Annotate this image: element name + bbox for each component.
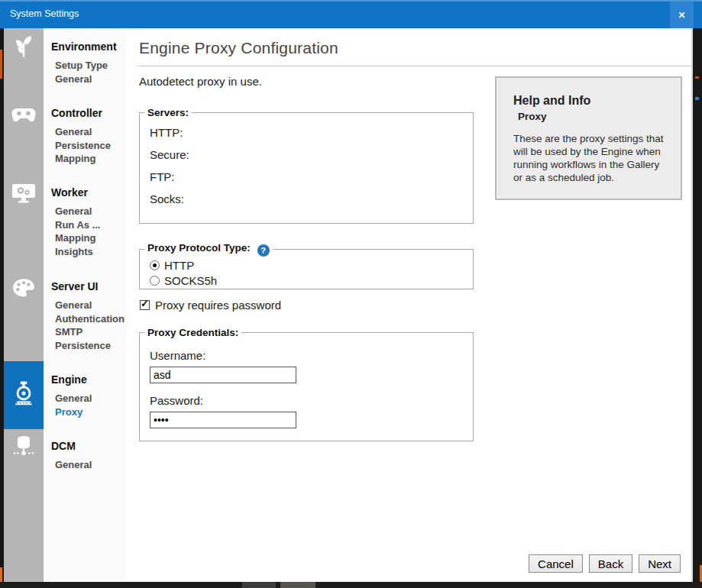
nav-header-environment: Environment: [51, 40, 125, 53]
system-settings-dialog: Environment Setup Type General Controlle…: [4, 28, 693, 582]
nav-header-dcm: DCM: [51, 440, 125, 452]
taskbar-segment: [242, 582, 276, 588]
nav-header-controller: Controller: [51, 107, 125, 119]
titlebar: System Settings ✕: [0, 0, 702, 28]
nav-item-engine-general[interactable]: General: [55, 392, 125, 405]
help-panel-subtitle: Proxy: [518, 111, 671, 122]
close-button[interactable]: ✕: [670, 2, 694, 28]
nav-item-worker-general[interactable]: General: [55, 205, 125, 218]
server-row-ftp: FTP:: [140, 166, 473, 188]
radio-socks5h-label: SOCKS5h: [164, 274, 217, 287]
help-and-info-panel: Help and Info Proxy These are the proxy …: [495, 76, 682, 200]
nav-item-environment-general[interactable]: General: [55, 73, 125, 86]
background-orange-sliver: [0, 50, 2, 79]
nav-item-serverui-persistence[interactable]: Persistence: [55, 339, 125, 353]
cancel-button[interactable]: Cancel: [529, 554, 583, 573]
background-app-right-edge: [693, 28, 702, 588]
nav-section-controller: Controller General Persistence Mapping: [51, 107, 125, 166]
icon-rail: [4, 28, 44, 582]
proxy-password-checkbox[interactable]: ✓: [140, 300, 150, 310]
back-button[interactable]: Back: [589, 554, 632, 573]
locomotive-icon: [12, 381, 35, 410]
taskbar-segment: [280, 582, 315, 588]
nav-item-worker-mapping[interactable]: Mapping: [55, 231, 125, 245]
nav-item-controller-general[interactable]: General: [55, 125, 125, 139]
monitor-gears-icon: [4, 183, 44, 205]
proxy-password-checkbox-row[interactable]: ✓ Proxy requires password: [140, 299, 281, 312]
radio-http-label: HTTP: [164, 259, 194, 272]
settings-nav: Environment Setup Type General Controlle…: [44, 28, 126, 582]
nav-item-serverui-smtp[interactable]: SMTP: [55, 325, 125, 339]
server-row-http: HTTP:: [140, 121, 473, 144]
nav-item-dcm-general[interactable]: General: [55, 458, 125, 472]
background-orange-sliver: [0, 567, 2, 583]
server-row-secure: Secure:: [140, 144, 473, 166]
wizard-button-row: Cancel Back Next: [529, 554, 681, 573]
nav-item-worker-run-as[interactable]: Run As ...: [55, 218, 125, 232]
nav-item-serverui-general[interactable]: General: [55, 299, 125, 312]
password-input[interactable]: [150, 412, 296, 428]
proxy-protocol-group: Proxy Protocol Type: ? HTTP SOCKS5h: [139, 242, 474, 289]
nav-section-dcm: DCM General: [51, 440, 125, 472]
background-app-left-edge: [0, 28, 4, 588]
server-row-socks: Socks:: [140, 188, 473, 210]
nav-header-worker: Worker: [51, 186, 125, 199]
nav-header-server-ui: Server UI: [51, 280, 125, 292]
background-speck: [695, 76, 699, 79]
nav-header-engine: Engine: [51, 373, 125, 386]
background-speck: [695, 97, 699, 100]
radio-socks5h[interactable]: [150, 276, 160, 286]
servers-group: Servers: HTTP: Secure: FTP: Socks:: [139, 107, 474, 224]
nav-item-setup-type[interactable]: Setup Type: [55, 59, 125, 73]
background-taskbar-strip: [0, 582, 702, 588]
database-network-icon: [4, 435, 44, 458]
servers-legend: Servers:: [147, 107, 189, 118]
palette-icon: [4, 278, 44, 298]
help-question-icon[interactable]: ?: [257, 244, 270, 257]
radio-option-http[interactable]: HTTP: [140, 259, 473, 272]
gamepad-icon: [4, 107, 44, 124]
proxy-password-checkbox-label: Proxy requires password: [155, 299, 281, 312]
username-label: Username:: [150, 349, 473, 362]
nav-section-worker: Worker General Run As ... Mapping Insigh…: [51, 186, 125, 258]
radio-http[interactable]: [150, 260, 160, 270]
page-title: Engine Proxy Configuration: [139, 39, 338, 57]
radio-option-socks5h[interactable]: SOCKS5h: [140, 274, 473, 287]
nav-item-worker-insights[interactable]: Insights: [55, 245, 125, 259]
window-title: System Settings: [10, 8, 79, 19]
nav-section-environment: Environment Setup Type General: [51, 40, 125, 86]
help-panel-body: These are the proxy settings that will b…: [513, 132, 671, 184]
username-input[interactable]: [150, 367, 296, 383]
proxy-credentials-group: Proxy Credentials: Username: Password:: [139, 327, 474, 441]
nav-section-server-ui: Server UI General Authentication SMTP Pe…: [51, 280, 125, 352]
help-panel-title: Help and Info: [513, 94, 671, 108]
proxy-protocol-legend: Proxy Protocol Type:: [147, 242, 251, 254]
nav-section-engine: Engine General Proxy: [51, 373, 125, 418]
nav-item-controller-persistence[interactable]: Persistence: [55, 139, 125, 153]
checkmark-icon: ✓: [141, 298, 149, 309]
content-header: Engine Proxy Configuration: [137, 39, 691, 66]
proxy-credentials-legend: Proxy Credentials:: [147, 327, 238, 338]
nav-item-serverui-authentication[interactable]: Authentication: [55, 312, 125, 326]
active-section-tile-engine[interactable]: [4, 361, 44, 429]
next-button[interactable]: Next: [639, 554, 681, 573]
nav-item-engine-proxy[interactable]: Proxy: [55, 405, 125, 419]
seedling-icon: [4, 35, 44, 58]
content-pane: Engine Proxy Configuration Autodetect pr…: [126, 28, 691, 582]
password-label: Password:: [150, 394, 473, 407]
nav-item-controller-mapping[interactable]: Mapping: [55, 152, 125, 166]
